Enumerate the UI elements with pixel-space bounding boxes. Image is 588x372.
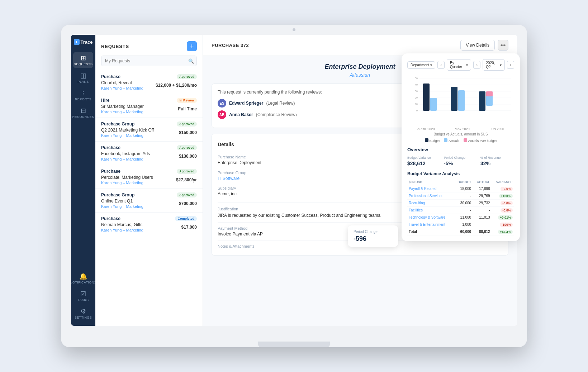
sidebar: T Trace ⊞ REQUESTS ◫ PLANS ⫶ REPORTS (71, 35, 95, 326)
table-row: Recruiting 30,000 29,732 -0.8% (407, 200, 514, 207)
add-request-button[interactable]: + (187, 41, 197, 51)
sidebar-item-tasks[interactable]: ☑ TASKS (73, 288, 93, 304)
reports-icon: ⫶ (82, 90, 85, 96)
bva-title: Budget Variance Analysis (407, 171, 514, 176)
sidebar-item-plans[interactable]: ◫ PLANS (73, 70, 93, 86)
requests-header: REQUESTS + (95, 35, 203, 56)
year-filter[interactable]: 2020, Q2 ▾ (483, 59, 505, 71)
svg-text:10: 10 (415, 103, 418, 105)
main-header: PURCHASE 372 View Details ••• (203, 35, 517, 56)
logo-icon: T (74, 39, 80, 45)
table-row-total: Total 60,000 88,612 +47.4% (407, 228, 514, 235)
variance-badge: -0.8% (501, 201, 513, 205)
svg-text:50: 50 (415, 77, 418, 80)
header-actions: View Details ••• (460, 40, 508, 51)
list-item[interactable]: Purchase Approved Facebook, Instagram Ad… (95, 142, 203, 165)
plans-icon: ◫ (80, 72, 86, 79)
status-badge: Approved (177, 192, 197, 197)
svg-text:30: 30 (415, 90, 418, 92)
page-title: PURCHASE 372 (212, 43, 249, 48)
list-item[interactable]: Purchase Group Approved Q2 2021 Marketin… (95, 118, 203, 142)
tasks-icon: ☑ (80, 291, 86, 297)
view-details-button[interactable]: View Details (460, 40, 495, 51)
status-badge: Approved (177, 169, 197, 174)
search-bar: 🔍 (101, 56, 197, 66)
more-options-button[interactable]: ••• (498, 40, 508, 51)
svg-text:20: 20 (415, 96, 418, 99)
overview-grid: Budget Variance $28,612 Period Change -5… (407, 156, 514, 166)
table-row: Technology & Software 11,000 11,013 +0.0… (407, 214, 514, 221)
bva-table: $ IN USD BUDGET ACTUAL VARIANCE Payroll … (407, 179, 514, 235)
status-badge: Approved (177, 74, 197, 79)
purchase-group-field: Purchase Group IT Software (218, 171, 356, 181)
svg-rect-16 (479, 91, 485, 111)
kpi-revenue: % of Revenue 32% (480, 156, 514, 166)
analytics-filters: Department ▾ ‹ By Quarter ▾ › 2020, Q2 ▾… (407, 59, 514, 71)
details-title: Details (218, 142, 234, 147)
list-item[interactable]: Hire In Review Sr Marketing Manager Kare… (95, 94, 203, 118)
list-item[interactable]: Purchase Group Approved Online Event Q1 … (95, 189, 203, 213)
period-change-card: Period Change -596 (348, 225, 398, 247)
requests-icon: ⊞ (81, 55, 86, 61)
laptop-bottom-bar (258, 342, 330, 347)
sidebar-item-reports[interactable]: ⫶ REPORTS (73, 87, 93, 103)
table-row: Travel & Entertainment 1,000 - -100% (407, 221, 514, 228)
kpi-period-change: Period Change -5% (444, 156, 478, 166)
svg-rect-12 (423, 84, 430, 111)
svg-rect-18 (486, 91, 493, 96)
reviewer-avatar: AB (218, 110, 226, 119)
status-badge: Approved (177, 145, 197, 150)
status-badge: Approved (177, 121, 197, 127)
logo: T Trace (74, 39, 93, 45)
sidebar-item-resources[interactable]: ⊟ RESOURCES (73, 105, 93, 121)
laptop-notch (293, 28, 295, 31)
variance-badge: +0.01% (498, 215, 513, 220)
variance-badge: -0.6% (501, 187, 513, 191)
table-row: Facilities - - -0.8% (407, 207, 514, 214)
chart-svg: 50 40 30 20 10 0 (407, 75, 514, 118)
list-item[interactable]: Purchase Completed Neiman Marcus, Gifts … (95, 213, 203, 236)
sidebar-item-notifications[interactable]: 🔔 NOTIFICATIONS (73, 270, 93, 286)
period-change-value: -596 (354, 235, 392, 243)
sidebar-item-settings[interactable]: ⚙ SETTINGS (73, 305, 93, 321)
requests-panel: REQUESTS + 🔍 Purchase Approved (95, 35, 203, 326)
search-input[interactable] (101, 56, 197, 66)
period-change-label: Period Change (354, 230, 392, 234)
reviewer-avatar: ES (218, 99, 226, 108)
quarter-filter[interactable]: By Quarter ▾ (447, 59, 471, 71)
chevron-down-icon: ▾ (430, 63, 432, 67)
overview-title: Overview (407, 147, 514, 152)
requests-title: REQUESTS (101, 44, 129, 49)
chevron-down-icon: ▾ (500, 63, 502, 67)
kpi-budget-variance: Budget Variance $28,612 (407, 156, 441, 166)
variance-badge: -0.8% (501, 208, 513, 213)
variance-badge: +100% (499, 194, 513, 198)
svg-text:40: 40 (415, 84, 418, 86)
next-arrow[interactable]: › (473, 61, 480, 69)
department-filter[interactable]: Department ▾ (407, 61, 435, 69)
next-period-arrow[interactable]: › (507, 61, 514, 69)
requests-list: Purchase Approved Clearbit, Reveal Karen… (95, 71, 203, 326)
svg-rect-15 (458, 90, 465, 111)
status-badge: In Review (177, 98, 197, 103)
status-badge: Completed (175, 216, 197, 221)
purchase-name-field: Purchase Name Enterprise Deployment (218, 155, 356, 166)
table-row: Payroll & Related 18,000 17,898 -0.6% (407, 185, 514, 192)
list-item[interactable]: Purchase Approved Percolate, Marketing U… (95, 165, 203, 189)
list-item[interactable]: Purchase Approved Clearbit, Reveal Karen… (95, 71, 203, 94)
analytics-panel: Department ▾ ‹ By Quarter ▾ › 2020, Q2 ▾… (402, 53, 520, 241)
chart-legend: Budget Actuals Actuals over budget (407, 138, 514, 143)
sidebar-item-requests[interactable]: ⊞ REQUESTS (73, 52, 93, 68)
sidebar-bottom: 🔔 NOTIFICATIONS ☑ TASKS ⚙ SETTINGS (73, 270, 93, 321)
table-row: Professional Services - 29,769 +100% (407, 192, 514, 200)
chevron-down-icon: ▾ (466, 63, 468, 67)
prev-arrow[interactable]: ‹ (437, 61, 445, 69)
subsidiary-field: Subsidiary Acme, inc. (218, 186, 356, 199)
search-icon: 🔍 (188, 58, 194, 64)
filter-row: Department ▾ ‹ By Quarter ▾ › 2020, Q2 ▾… (407, 59, 514, 71)
resources-icon: ⊟ (81, 108, 86, 114)
svg-text:0: 0 (416, 109, 418, 112)
bar-chart: 50 40 30 20 10 0 (407, 75, 514, 125)
svg-rect-13 (430, 98, 437, 111)
variance-badge: -100% (500, 223, 513, 227)
